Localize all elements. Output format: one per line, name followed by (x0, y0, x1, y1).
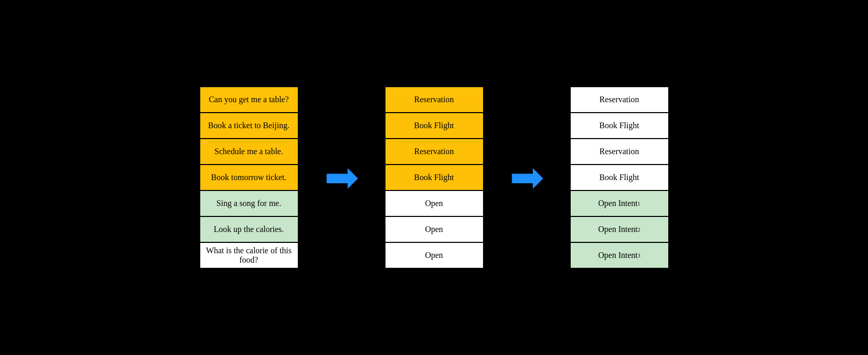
list-item: Reservation (570, 139, 669, 165)
list-item: Book tomorrow ticket. (200, 165, 298, 190)
list-item: Open (385, 242, 484, 268)
arrow-1: ➡ (324, 157, 359, 198)
list-item: Schedule me a table. (200, 139, 298, 165)
list-item: Look up the calories. (200, 216, 298, 242)
list-item: Reservation (385, 87, 484, 113)
list-item: Open Intent3 (570, 242, 669, 268)
diagram: Can you get me a table?Book a ticket to … (200, 87, 669, 268)
list-item: Book Flight (570, 165, 669, 190)
list-item: Book Flight (385, 113, 484, 139)
list-item: Open Intent1 (570, 190, 669, 216)
list-item: Book a ticket to Beijing. (200, 113, 298, 139)
list-item: Open (385, 190, 484, 216)
list-item: Reservation (570, 87, 669, 113)
list-item: Book Flight (570, 113, 669, 139)
list-item: Reservation (385, 139, 484, 165)
list-item: Sing a song for me. (200, 190, 298, 216)
arrow-2: ➡ (509, 157, 544, 198)
list-item: Can you get me a table? (200, 87, 298, 113)
list-item: Open Intent2 (570, 216, 669, 242)
column-3: ReservationBook FlightReservationBook Fl… (570, 87, 669, 268)
column-2: ReservationBook FlightReservationBook Fl… (385, 87, 484, 268)
list-item: Book Flight (385, 165, 484, 190)
column-1: Can you get me a table?Book a ticket to … (200, 87, 298, 268)
list-item: Open (385, 216, 484, 242)
list-item: What is the calorie of this food? (200, 242, 298, 268)
